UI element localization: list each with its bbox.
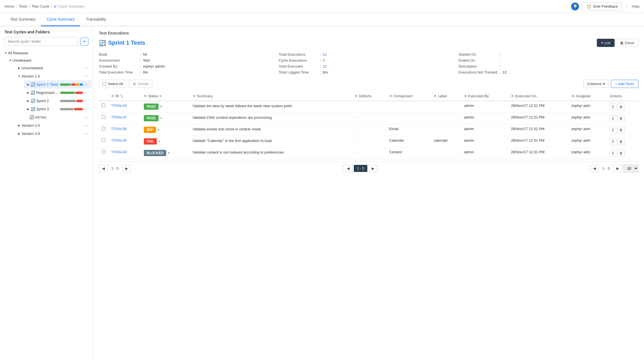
edit-button-0[interactable]: E xyxy=(610,104,617,110)
page-prev-center[interactable]: ◀ xyxy=(344,165,353,172)
v2-more[interactable]: ⋯ xyxy=(83,123,90,128)
delete-button-3[interactable]: 🗑 xyxy=(618,138,625,145)
sprint1-more[interactable]: ⋯ xyxy=(83,82,90,87)
page-next-btn[interactable]: ▶ xyxy=(122,165,131,172)
page-next-right[interactable]: ▶ xyxy=(613,165,622,172)
id-link-4[interactable]: TITAN-63 xyxy=(111,150,127,154)
edit-button-2[interactable]: E xyxy=(610,127,617,133)
th-label[interactable]: ✕ Label xyxy=(431,91,461,101)
delete-button-1[interactable]: 🗑 xyxy=(618,115,625,122)
row-label-1 xyxy=(431,113,461,124)
edit-button-4[interactable]: E xyxy=(610,150,617,157)
th-assignee[interactable]: ✕ Assignee xyxy=(569,91,607,101)
table-row: TITAN-45 FAIL ▾ Validate "Calendar" is t… xyxy=(99,136,638,148)
row-checkbox-1[interactable] xyxy=(102,115,105,119)
regression-progress xyxy=(60,92,83,94)
detail-view-button[interactable]: ▦ Detail xyxy=(616,39,638,47)
bulb-icon[interactable]: 💡 xyxy=(571,3,579,10)
cycle-tree: ▼ All Releases ▼ Unreleased ▶ Unschedule… xyxy=(0,49,93,138)
th-defects[interactable]: ✕ Defects xyxy=(352,91,386,101)
id-link-3[interactable]: TITAN-45 xyxy=(111,138,127,143)
regression-more[interactable]: ⋯ xyxy=(83,90,90,95)
refresh-icon[interactable]: 🔄 xyxy=(99,40,106,46)
search-input[interactable] xyxy=(5,37,78,46)
page-next-center[interactable]: ▶ xyxy=(368,165,378,172)
page-active[interactable]: 1 - 5 xyxy=(354,165,367,172)
unscheduled-label: Unscheduled xyxy=(21,66,83,70)
status-dropdown-4[interactable]: ▾ xyxy=(168,151,170,155)
search-row: + xyxy=(0,37,93,49)
page-prev-right[interactable]: ◀ xyxy=(590,165,599,172)
list-view-button[interactable]: ≡ List xyxy=(597,39,615,47)
help-link[interactable]: Help xyxy=(632,4,639,8)
columns-button[interactable]: Columns ▾ xyxy=(583,80,608,88)
th-component[interactable]: ✕ Component xyxy=(386,91,431,101)
collapse-all-releases[interactable]: ▼ xyxy=(3,51,8,55)
tab-traceability[interactable]: Traceability xyxy=(80,13,112,26)
status-dropdown-0[interactable]: ▾ xyxy=(160,104,162,109)
cycle-header: 🔄 Sprint 1 Tests ≡ List ▦ Detail xyxy=(99,39,638,47)
tree-item-all-releases: ▼ All Releases ▼ Unreleased ▶ Unschedule… xyxy=(1,49,92,138)
tab-test-summary[interactable]: Test Summary xyxy=(5,13,41,26)
give-feedback-button[interactable]: 📋 Give Feedback xyxy=(582,2,622,10)
status-badge-2: WIP xyxy=(144,127,156,133)
add-cycle-button[interactable]: + xyxy=(81,38,88,46)
id-link-1[interactable]: TITAN-47 xyxy=(111,115,127,119)
row-checkbox-cell xyxy=(99,148,108,159)
add-tests-button[interactable]: + Add Tests xyxy=(611,80,638,88)
v1-more[interactable]: ⋯ xyxy=(83,74,90,79)
collapse-v1[interactable]: ▼ xyxy=(17,74,21,79)
tab-cycle-summary[interactable]: Cycle Summary xyxy=(41,13,80,26)
row-checkbox-cell xyxy=(99,136,108,148)
th-summary[interactable]: ✕ Summary xyxy=(190,91,352,101)
sprint3-more[interactable]: ⋯ xyxy=(83,106,90,112)
delete-button-4[interactable]: 🗑 xyxy=(618,150,625,157)
row-label-4 xyxy=(431,148,461,159)
select-all-button[interactable]: Select All xyxy=(99,80,127,88)
id-link-0[interactable]: TITAN-43 xyxy=(111,104,127,108)
row-checkbox-0[interactable] xyxy=(102,104,105,107)
delete-button-2[interactable]: 🗑 xyxy=(618,127,625,133)
row-exec-on-3: 28/Nov/17 12:31 PM xyxy=(508,136,568,148)
top-bar: Home / Tests / Plan Cycle / ✔ Cycle Summ… xyxy=(0,0,644,13)
breadcrumb-plan-cycle[interactable]: Plan Cycle xyxy=(32,4,49,8)
delete-button[interactable]: 🗑 Delete xyxy=(129,80,152,88)
table-row: TITAN-56 WIP ▾ Validate emails lists sho… xyxy=(99,124,638,136)
v3-more[interactable]: ⋯ xyxy=(83,131,90,136)
collapse-unscheduled[interactable]: ▶ xyxy=(17,66,21,70)
row-assignee-1: zephyr adm xyxy=(569,113,607,124)
breadcrumb-tests[interactable]: Tests xyxy=(19,4,27,8)
status-dropdown-2[interactable]: ▾ xyxy=(157,128,159,132)
right-panel: Test Executions 🔄 Sprint 1 Tests ≡ List … xyxy=(93,26,644,361)
collapse-unreleased[interactable]: ▼ xyxy=(8,58,12,63)
sidebar-title: Test Cycles and Folders xyxy=(0,30,93,37)
chevron-icon[interactable]: ▾ xyxy=(160,94,162,98)
row-checkbox-3[interactable] xyxy=(102,138,105,142)
sprint2-more[interactable]: ⋯ xyxy=(83,98,90,104)
adhoc-more[interactable]: ⋯ xyxy=(83,115,90,120)
th-executed-by[interactable]: ✕ Executed By xyxy=(461,91,508,101)
th-executed-on[interactable]: ✕ Executed On xyxy=(508,91,568,101)
id-link-2[interactable]: TITAN-56 xyxy=(111,127,127,131)
row-actions-1: E 🗑 xyxy=(607,113,638,124)
edit-button-1[interactable]: E xyxy=(610,115,617,122)
page-prev-btn[interactable]: ◀ xyxy=(99,165,108,172)
sort-icon[interactable]: ⇅ xyxy=(120,94,123,98)
row-checkbox-4[interactable] xyxy=(102,150,105,154)
th-id[interactable]: ✕ ID ⇅ xyxy=(108,91,141,101)
status-dropdown-1[interactable]: ▾ xyxy=(160,116,162,120)
chevron-down-icon: ▾ xyxy=(603,82,605,86)
top-right-actions: 💡 📋 Give Feedback | Help xyxy=(571,2,639,10)
row-checkbox-2[interactable] xyxy=(102,127,105,130)
select-all-checkbox[interactable] xyxy=(103,82,106,86)
status-dropdown-3[interactable]: ▾ xyxy=(159,139,161,143)
row-exec-on-1: 28/Nov/17 12:31 PM xyxy=(508,113,568,124)
unscheduled-more[interactable]: ⋯ xyxy=(83,65,90,71)
th-status[interactable]: ✕ Status ▾ xyxy=(141,91,190,101)
delete-button-0[interactable]: 🗑 xyxy=(618,104,625,110)
v3-label: Version 3.0 xyxy=(21,132,83,136)
page-size-select[interactable]: 10 25 50 xyxy=(623,165,638,172)
breadcrumb-home[interactable]: Home xyxy=(5,4,14,8)
edit-button-3[interactable]: E xyxy=(610,138,617,145)
row-id-3: TITAN-45 xyxy=(108,136,141,148)
